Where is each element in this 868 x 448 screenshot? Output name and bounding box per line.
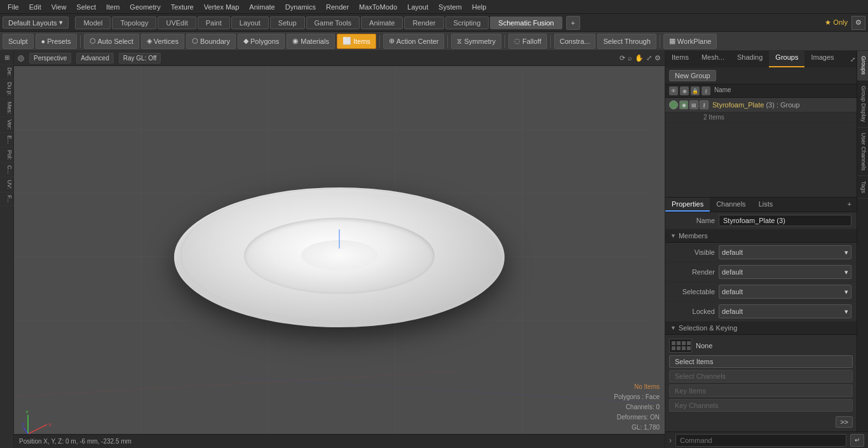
settings-icon[interactable]: ⚙ — [851, 16, 865, 30]
rvtab-user-channels[interactable]: User Channels — [857, 128, 868, 177]
menu-system[interactable]: System — [433, 2, 467, 12]
menu-texture[interactable]: Texture — [166, 2, 199, 12]
items-button[interactable]: ⬜ Items — [337, 34, 376, 49]
tab-layout[interactable]: Layout — [231, 17, 269, 29]
members-section[interactable]: ▼ Members — [665, 229, 857, 243]
keying-dot — [687, 346, 691, 350]
crosshair — [339, 229, 340, 248]
selectable-select[interactable]: default ▾ — [719, 285, 851, 299]
tab-model[interactable]: Model — [75, 17, 111, 29]
name-prop-row: Name — [665, 212, 857, 229]
symmetry-button[interactable]: ⧖ Symmetry — [451, 34, 501, 49]
menu-geometry[interactable]: Geometry — [125, 2, 165, 12]
perspective-button[interactable]: Perspective — [29, 53, 71, 64]
tab-game-tools[interactable]: Game Tools — [306, 17, 360, 29]
sel-keying-section[interactable]: ▼ Selection & Keying — [665, 322, 857, 335]
command-input[interactable] — [675, 434, 846, 447]
menu-dynamics[interactable]: Dynamics — [280, 2, 321, 12]
menu-layout[interactable]: Layout — [402, 2, 433, 12]
menu-select[interactable]: Select — [71, 2, 101, 12]
viewport[interactable]: Perspective Advanced Ray GL: Off ⟳ ⌕ ✋ ⤢… — [14, 51, 665, 448]
props-add-button[interactable]: + — [843, 198, 857, 212]
add-layout-button[interactable]: + — [566, 16, 580, 30]
left-tab-deform[interactable]: De: — [0, 65, 14, 79]
presets-button[interactable]: ● Presets — [36, 34, 77, 49]
tab-paint[interactable]: Paint — [198, 17, 230, 29]
advanced-button[interactable]: Advanced — [76, 53, 113, 64]
ray-gl-button[interactable]: Ray GL: Off — [119, 53, 161, 64]
locked-select[interactable]: default ▾ — [719, 304, 851, 318]
rvtab-tags[interactable]: Tags — [857, 176, 868, 199]
left-tab-c[interactable]: C... — [0, 163, 14, 177]
auto-select-button[interactable]: ⬡ Auto Select — [84, 34, 139, 49]
tab-render[interactable]: Render — [404, 17, 444, 29]
rvtab-group-display[interactable]: Group Display — [857, 81, 868, 128]
materials-button[interactable]: ◉ Materials — [287, 34, 335, 49]
key-items-button[interactable]: Key Items — [669, 384, 853, 397]
render-chevron-icon: ▾ — [844, 268, 848, 276]
tab-groups[interactable]: Groups — [769, 51, 804, 67]
header-icons: 👁 ◉ 🔒 ⚷ — [669, 86, 710, 95]
props-tab-lists[interactable]: Lists — [752, 198, 780, 212]
menu-vertex-map[interactable]: Vertex Map — [199, 2, 245, 12]
expand-button[interactable]: >> — [836, 416, 853, 428]
menu-file[interactable]: File — [3, 2, 24, 12]
expand-icon[interactable]: ⤢ — [850, 56, 855, 63]
left-tab-poly[interactable]: Pol: — [0, 147, 14, 163]
tab-schematic-fusion[interactable]: Schematic Fusion — [490, 17, 562, 29]
left-expand-icon[interactable]: ⊞ — [0, 51, 14, 65]
vp-icon-expand[interactable]: ⤢ — [646, 54, 652, 62]
left-tab-e[interactable]: E... — [0, 133, 14, 147]
vp-icon-rotate[interactable]: ⟳ — [620, 54, 625, 62]
tab-topology[interactable]: Topology — [112, 17, 156, 29]
left-tab-vertex[interactable]: Ver: — [0, 117, 14, 133]
tab-items[interactable]: Items — [665, 51, 695, 67]
command-enter-button[interactable]: ↵ — [850, 434, 864, 447]
work-plane-button[interactable]: ▦ WorkPlane — [663, 34, 717, 49]
menu-edit[interactable]: Edit — [24, 2, 46, 12]
tab-mesh[interactable]: Mesh... — [695, 51, 731, 67]
tab-scripting[interactable]: Scripting — [445, 17, 489, 29]
vertices-button[interactable]: ◈ Vertices — [141, 34, 184, 49]
layout-dropdown[interactable]: Default Layouts ▾ — [3, 17, 69, 29]
props-tab-channels[interactable]: Channels — [710, 198, 752, 212]
menu-max-to-modo[interactable]: MaxToModo — [354, 2, 402, 12]
tab-setup[interactable]: Setup — [270, 17, 305, 29]
visible-select[interactable]: default ▾ — [719, 245, 851, 259]
menu-item[interactable]: Item — [101, 2, 125, 12]
select-items-button[interactable]: Select Items — [669, 355, 853, 368]
viewport-canvas[interactable]: X Y Z No Items Polygons : Face Channels:… — [14, 66, 665, 448]
tab-images[interactable]: Images — [804, 51, 840, 67]
new-group-button[interactable]: New Group — [669, 70, 716, 81]
left-tab-uv[interactable]: UV: — [0, 177, 14, 193]
name-input[interactable] — [719, 215, 851, 226]
select-channels-button[interactable]: Select Channels — [669, 370, 853, 383]
group-row[interactable]: ◉ ▤ ⚷ Styrofoam_Plate (3) : Group — [665, 98, 857, 112]
sculpt-button[interactable]: Sculpt — [3, 34, 34, 49]
key-channels-button[interactable]: Key Channels — [669, 399, 853, 412]
left-tab-dup[interactable]: Du p: — [0, 79, 14, 99]
left-tab-f[interactable]: F... — [0, 193, 14, 206]
rvtab-groups[interactable]: Groups — [857, 51, 868, 81]
action-center-button[interactable]: ⊕ Action Center — [383, 34, 445, 49]
constraints-button[interactable]: Constra... — [554, 34, 596, 49]
render-select[interactable]: default ▾ — [719, 265, 851, 279]
menu-help[interactable]: Help — [467, 2, 492, 12]
vp-icon-zoom[interactable]: ⌕ — [628, 54, 632, 62]
select-through-button[interactable]: Select Through — [597, 34, 656, 49]
tab-animate[interactable]: Animate — [361, 17, 403, 29]
boundary-button[interactable]: ⬡ Boundary — [186, 34, 236, 49]
tab-uvedit[interactable]: UVEdit — [158, 17, 196, 29]
vp-icon-pan[interactable]: ✋ — [635, 54, 644, 62]
menu-view[interactable]: View — [46, 2, 72, 12]
polygons-button[interactable]: ◆ Polygons — [238, 34, 285, 49]
falloff-button[interactable]: ◌ Falloff — [508, 34, 547, 49]
vp-icon-settings[interactable]: ⚙ — [654, 54, 661, 62]
star-label: ★ Only — [825, 18, 848, 27]
props-tab-properties[interactable]: Properties — [665, 198, 710, 212]
left-tab-mesh[interactable]: Mes: — [0, 99, 14, 118]
menu-animate[interactable]: Animate — [244, 2, 280, 12]
tab-shading[interactable]: Shading — [731, 51, 769, 67]
group-header: New Group — [665, 67, 857, 85]
menu-render[interactable]: Render — [321, 2, 354, 12]
